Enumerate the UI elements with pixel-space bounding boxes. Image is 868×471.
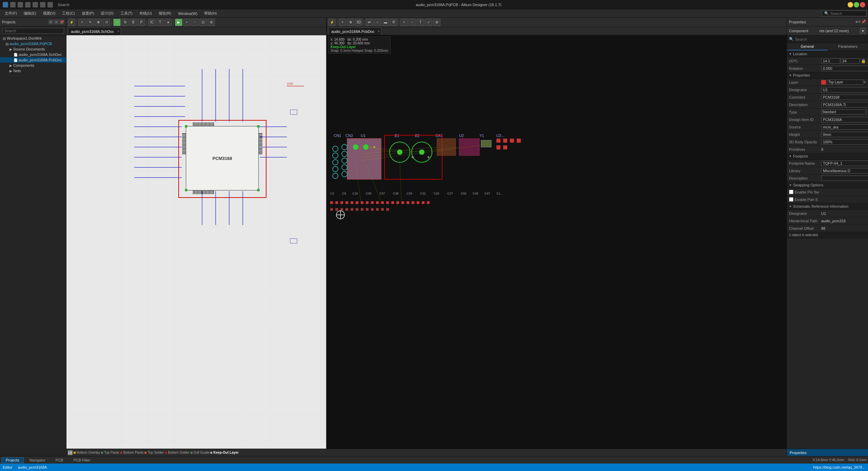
- projects-search-input[interactable]: [2, 28, 64, 34]
- footprint-section-header[interactable]: Footprint: [787, 153, 868, 160]
- pcb-canvas[interactable]: x: 14.600 dx: 0.200 mm y: 46.300 dy: 20.…: [327, 35, 787, 449]
- properties-section-header[interactable]: Properties: [787, 72, 868, 79]
- footprint-desc-input[interactable]: [821, 176, 868, 181]
- pcb-tb-zoom-in[interactable]: +: [400, 19, 408, 26]
- tree-workspace[interactable]: ▤ Workspace1.DsnWrk: [0, 36, 66, 41]
- close-button[interactable]: [860, 2, 865, 7]
- pcb-tb-3d[interactable]: 3D: [355, 19, 362, 26]
- enable-part-sw-checkbox[interactable]: [789, 197, 793, 202]
- menu-edit[interactable]: 编辑(E): [20, 10, 40, 17]
- tb-junction[interactable]: ●: [164, 19, 172, 26]
- pcb-tab-close[interactable]: ×: [378, 29, 380, 33]
- design-item-id-input[interactable]: [821, 117, 868, 122]
- location-y-input[interactable]: [841, 58, 860, 64]
- pcb-tb-rule[interactable]: R: [390, 19, 397, 26]
- menu-place[interactable]: 放置(P): [78, 10, 98, 17]
- properties-pin-button[interactable]: 📌: [861, 20, 866, 24]
- layer-select[interactable]: Top Layer Bottom Layer: [827, 80, 863, 85]
- tb-net[interactable]: N: [121, 19, 129, 26]
- designator-input[interactable]: [821, 87, 868, 93]
- location-x-input[interactable]: [821, 58, 840, 64]
- tab-parameters[interactable]: Parameters: [828, 43, 868, 50]
- tb-zoom-in[interactable]: +: [183, 19, 191, 26]
- menu-view[interactable]: 视图(V): [40, 10, 59, 17]
- schref-section-header[interactable]: Schematic Reference Information: [787, 203, 868, 210]
- menu-route[interactable]: 布线(U): [136, 10, 155, 17]
- type-select[interactable]: Standard Mechanical: [821, 109, 866, 115]
- layer-top-paste-label[interactable]: Top Paste: [104, 451, 119, 454]
- menu-window[interactable]: Window(W): [175, 11, 201, 16]
- sch-canvas[interactable]: PCM3168: [66, 35, 326, 449]
- layer-bottom-overlay-label[interactable]: Bottom Overlay: [77, 451, 100, 454]
- swapping-section-header[interactable]: Swapping Options: [787, 182, 868, 188]
- menu-search-input[interactable]: [830, 12, 864, 16]
- tb-move[interactable]: ✥: [95, 19, 102, 26]
- layer-drill-guide-label[interactable]: Drill Guide: [194, 451, 210, 454]
- status-blog-link[interactable]: https://blog.csdn.net/qq_3678...: [813, 465, 865, 469]
- maximize-button[interactable]: [854, 2, 859, 7]
- tab-pcb[interactable]: PCB: [51, 457, 68, 463]
- footprint-library-input[interactable]: [821, 168, 868, 173]
- tb-text[interactable]: T: [156, 19, 164, 26]
- properties-filter-button[interactable]: ▼: [860, 28, 866, 34]
- properties-footer-tab[interactable]: Properties: [787, 449, 868, 456]
- height-input[interactable]: [821, 132, 868, 137]
- pcb-tb-route[interactable]: ⇌: [366, 19, 373, 26]
- pcb-tb-add[interactable]: +: [339, 19, 346, 26]
- layer-keepout-label[interactable]: Keep-Out Layer: [213, 451, 238, 454]
- layer-top-solder-label[interactable]: Top Solder: [147, 451, 164, 454]
- footprint-name-input[interactable]: [821, 161, 868, 166]
- sch-editor[interactable]: ⚡ + ✎ ✥ ↺ ─ N B P IC T ● ▶: [66, 18, 327, 449]
- pcb-tb-fill[interactable]: ▬: [382, 19, 389, 26]
- properties-close-button[interactable]: ×: [859, 20, 861, 24]
- tb-wire[interactable]: ─: [113, 19, 121, 26]
- sch-tab[interactable]: audio_pcm3168A.SchDoc ×: [68, 27, 121, 35]
- tb-add[interactable]: +: [78, 19, 86, 26]
- tb-settings[interactable]: ⚙: [208, 19, 215, 26]
- pcb-tb-via[interactable]: ○: [374, 19, 381, 26]
- menu-design[interactable]: 设计(D): [97, 10, 117, 17]
- layer-bottom-solder-label[interactable]: Bottom Solder: [168, 451, 189, 454]
- pcb-tb-move[interactable]: ✥: [347, 19, 354, 26]
- layer-bottom-paste-label[interactable]: Bottom Paste: [123, 451, 143, 454]
- pcb-editor[interactable]: ⚡ + ✥ 3D ⇌ ○ ▬ R + − T ✓ ⚙: [327, 18, 787, 449]
- tb-run[interactable]: ▶: [175, 19, 182, 26]
- sch-tab-close[interactable]: ×: [117, 29, 119, 33]
- menu-report[interactable]: 报告(R): [155, 10, 175, 17]
- properties-menu-button[interactable]: ≡: [855, 20, 857, 24]
- enable-pin-sw-checkbox[interactable]: [789, 190, 793, 194]
- tab-general[interactable]: General: [787, 43, 828, 50]
- tb-bus[interactable]: B: [130, 19, 137, 26]
- panel-menu-button[interactable]: ≡: [48, 20, 53, 24]
- tree-schdoc[interactable]: 📄 audio_pcm3168A.SchDoc: [0, 52, 66, 57]
- pcb-tb-drc[interactable]: ✓: [425, 19, 432, 26]
- menu-search[interactable]: 🔍: [822, 11, 867, 16]
- panel-pin-button[interactable]: 📌: [59, 20, 64, 24]
- rotation-input[interactable]: [821, 66, 868, 71]
- minimize-button[interactable]: [848, 2, 853, 7]
- pcb-tb-settings[interactable]: ⚙: [433, 19, 440, 26]
- menu-tools[interactable]: 工具(T): [117, 10, 136, 17]
- body-opacity-input[interactable]: [821, 139, 868, 145]
- description-input[interactable]: [821, 102, 868, 107]
- tb-zoom-out[interactable]: −: [191, 19, 199, 26]
- tb-filter[interactable]: ⚡: [68, 19, 75, 26]
- layer-edit-icon[interactable]: ✎: [863, 80, 866, 84]
- lock-icon[interactable]: 🔒: [861, 59, 866, 63]
- tb-fit[interactable]: ⊡: [199, 19, 207, 26]
- tb-rotate[interactable]: ↺: [103, 19, 110, 26]
- pcb-tb-filter[interactable]: ⚡: [328, 19, 336, 26]
- layer-ls[interactable]: LS: [68, 450, 73, 455]
- pcb-tb-text[interactable]: T: [417, 19, 424, 26]
- tree-source-docs[interactable]: ▶ Source Documents: [0, 46, 66, 52]
- tb-comp[interactable]: IC: [148, 19, 156, 26]
- comment-input[interactable]: [821, 95, 868, 100]
- menu-file[interactable]: 文件(F): [1, 10, 20, 17]
- tb-port[interactable]: P: [138, 19, 145, 26]
- tab-projects[interactable]: Projects: [1, 457, 24, 463]
- tree-project[interactable]: ▤ audio_pcm3168A.PrjPCB: [0, 41, 66, 46]
- menu-help[interactable]: 帮助(H): [201, 10, 220, 17]
- pcb-tb-zoom-out[interactable]: −: [409, 19, 416, 26]
- tree-components[interactable]: ▶ Components: [0, 63, 66, 68]
- panel-close-button[interactable]: ×: [54, 20, 59, 24]
